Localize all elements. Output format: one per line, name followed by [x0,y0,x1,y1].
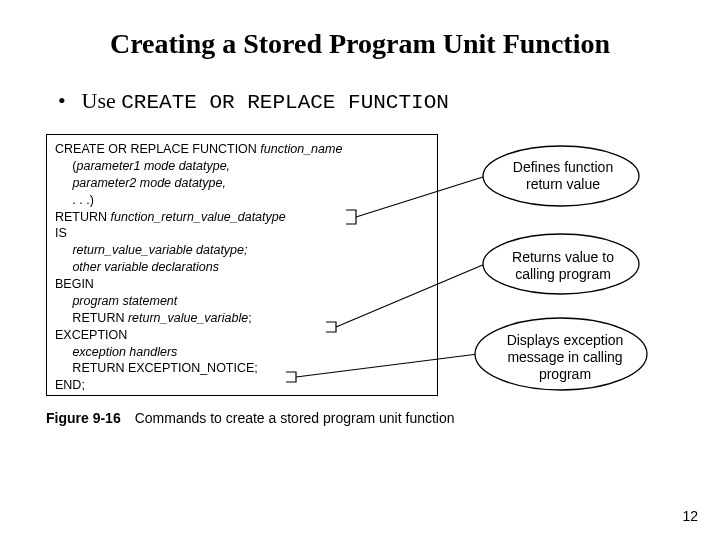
code-italic: program statement [72,294,177,308]
page-number: 12 [682,508,698,524]
code-line: RETURN EXCEPTION_NOTICE; [55,361,258,375]
code-line [55,176,72,190]
code-syntax-box: CREATE OR REPLACE FUNCTION function_name… [46,134,438,396]
code-italic: exception handlers [72,345,177,359]
code-line: RETURN [55,210,111,224]
code-italic: function_return_value_datatype [111,210,286,224]
code-line: BEGIN [55,277,94,291]
bullet-code: CREATE OR REPLACE FUNCTION [121,91,449,114]
code-italic: function_name [260,142,342,156]
code-italic: parameter1 mode datatype, [77,159,231,173]
code-line: CREATE OR REPLACE FUNCTION [55,142,260,156]
bullet-marker: • [58,88,76,114]
code-line: EXCEPTION [55,328,127,342]
figure-caption-text: Commands to create a stored program unit… [135,410,455,426]
callout-return-value: Defines function return value [498,159,628,193]
code-line [55,243,72,257]
callout-exception-message: Displays exception message in calling pr… [490,332,640,382]
code-line: ( [55,159,77,173]
code-line [55,260,72,274]
code-line: END; [55,378,85,392]
code-line [55,345,72,359]
code-line: IS [55,226,67,240]
figure: CREATE OR REPLACE FUNCTION function_name… [46,134,674,434]
code-italic: return_value_variable datatype; [72,243,247,257]
code-line: RETURN [55,311,128,325]
code-italic: return_value_variable [128,311,248,325]
code-italic: parameter2 mode datatype, [72,176,226,190]
code-line: ; [248,311,251,325]
figure-caption: Figure 9-16Commands to create a stored p… [46,410,455,426]
slide-title: Creating a Stored Program Unit Function [0,0,720,70]
bullet-lead: Use [82,88,122,113]
callout-returns-to-caller: Returns value to calling program [498,249,628,283]
bullet-item: • Use CREATE OR REPLACE FUNCTION [0,70,720,126]
figure-number: Figure 9-16 [46,410,121,426]
code-line: . . .) [55,193,94,207]
code-line [55,294,72,308]
code-italic: other variable declarations [72,260,219,274]
